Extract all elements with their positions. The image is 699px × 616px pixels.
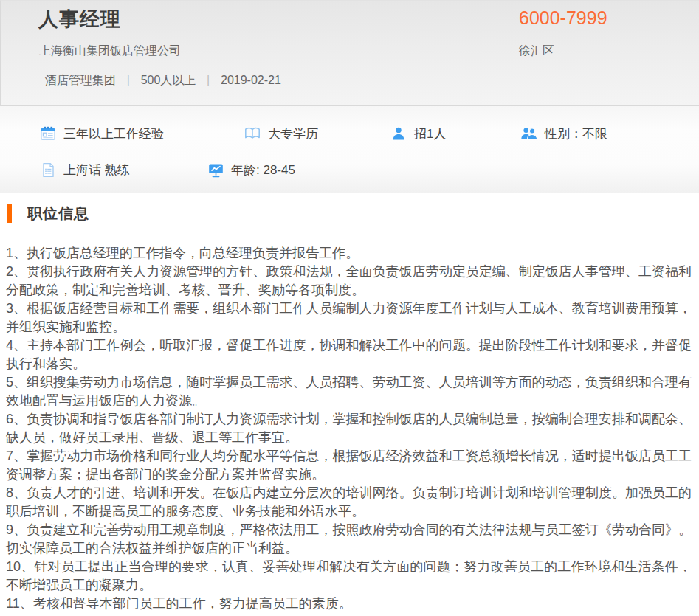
education-label: 大专学历: [268, 125, 318, 142]
section-title: 职位信息: [27, 204, 89, 224]
tag-company-size: 500人以上: [141, 74, 196, 86]
requirement-headcount: 招1人: [390, 125, 446, 142]
job-duty-item: 8、负责人才的引进、培训和开发。在饭店内建立分层次的培训网络。负责制订培训计划和…: [6, 484, 692, 521]
requirement-education: 大专学历: [244, 125, 318, 142]
job-duty-item: 10、针对员工提出正当合理的要求，认真、妥善处理和解决有关方面的问题；努力改善员…: [6, 558, 692, 595]
person-icon: [390, 125, 407, 142]
tag-separator: |: [207, 74, 210, 86]
job-duty-item: 1、执行饭店总经理的工作指令，向总经理负责并报告工作。: [6, 244, 692, 263]
page-title: 人事经理: [38, 6, 121, 32]
resume-card-icon: [39, 125, 57, 142]
requirement-experience: 三年以上工作经验: [39, 125, 164, 142]
job-duty-item: 11、考核和督导本部门员工的工作，努力提高员工的素质。: [6, 595, 692, 613]
job-duty-item: 2、贯彻执行政府有关人力资源管理的方针、政策和法规，全面负责饭店劳动定员定编、制…: [6, 263, 692, 300]
job-header-panel: 人事经理 6000-7999 上海衡山集团饭店管理公司 徐汇区 酒店管理集团|5…: [0, 0, 699, 106]
job-duty-item: 7、掌握劳动力市场价格和同行业人均分配水平等信息，根据饭店经济效益和工资总额增长…: [6, 447, 692, 484]
job-description: 1、执行饭店总经理的工作指令，向总经理负责并报告工作。 2、贯彻执行政府有关人力…: [6, 244, 692, 613]
job-duty-item: 9、负责建立和完善劳动用工规章制度，严格依法用工，按照政府劳动合同的有关法律法规…: [6, 521, 692, 558]
gender-label: 性别：不限: [545, 125, 607, 142]
job-district: 徐汇区: [519, 44, 554, 59]
document-list-icon: [39, 161, 57, 179]
requirement-gender: 性别：不限: [520, 125, 607, 142]
open-book-icon: [244, 125, 261, 142]
job-duty-item: 4、主持本部门工作例会，听取汇报，督促工作进度，协调和解决工作中的问题。提出阶段…: [6, 336, 692, 373]
accent-bar: [7, 204, 12, 223]
tag-separator: |: [127, 74, 130, 86]
age-label: 年龄: 28-45: [231, 162, 295, 179]
requirements-panel: 三年以上工作经验 大专学历 招1人 性别：不限: [0, 106, 699, 193]
job-duty-item: 3、根据饭店经营目标和工作需要，组织本部门工作人员编制人力资源年度工作计划与人工…: [6, 300, 692, 336]
requirement-age: 年龄: 28-45: [207, 161, 295, 179]
section-header: 职位信息: [7, 203, 699, 224]
company-name: 上海衡山集团饭店管理公司: [39, 44, 181, 59]
tag-industry: 酒店管理集团: [45, 74, 116, 86]
company-tags: 酒店管理集团|500人以上|2019-02-21: [45, 73, 281, 89]
requirement-language: 上海话 熟练: [39, 161, 130, 179]
salary-range: 6000-7999: [519, 7, 607, 29]
chart-board-icon: [207, 161, 224, 179]
people-icon: [520, 125, 538, 142]
headcount-label: 招1人: [414, 125, 446, 142]
experience-label: 三年以上工作经验: [63, 125, 164, 142]
job-duty-item: 5、组织搜集劳动力市场信息，随时掌握员工需求、人员招聘、劳动工资、人员培训等方面…: [6, 373, 692, 410]
job-duty-item: 6、负责协调和指导饭店各部门制订人力资源需求计划，掌握和控制饭店的人员编制总量，…: [6, 410, 692, 447]
language-label: 上海话 熟练: [63, 162, 130, 179]
tag-post-date: 2019-02-21: [221, 74, 281, 86]
